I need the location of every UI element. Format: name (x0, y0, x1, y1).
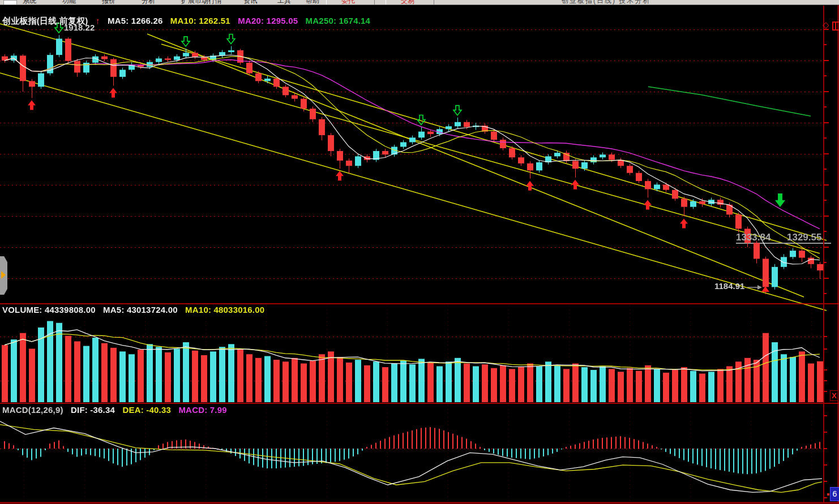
macd-name: MACD(12,26,9) (2, 405, 63, 415)
window-mode-icon[interactable] (832, 21, 839, 31)
menu-item-analysis[interactable]: 分析 (142, 0, 155, 5)
peak-price-label: 1918.22 (64, 23, 95, 32)
expand-arrow-icon (1, 271, 6, 279)
main-pane-header: 创业板指(日线.前复权) ↑ MA5: 1266.26 MA10: 1262.5… (2, 16, 375, 27)
window-icon[interactable] (3, 0, 17, 5)
macd-value: MACD: 7.99 (178, 405, 226, 415)
dea-value: DEA: -40.33 (122, 405, 171, 415)
menu-item-function[interactable]: 功能 (62, 0, 76, 5)
chart-canvas[interactable] (0, 0, 839, 504)
diamond-icon[interactable]: ◇ (823, 20, 829, 30)
window-title: 创业板指(日线) 技术分析 (562, 0, 650, 5)
menu-item-help[interactable]: 帮助 (306, 0, 319, 5)
menu-item-extmarket[interactable]: 扩展市场行情 (181, 0, 222, 5)
ma250-value: MA250: 1674.14 (306, 16, 371, 25)
menu-item-quotes[interactable]: 报价 (102, 0, 115, 5)
volume-ma10-value: MA10: 48033016.00 (185, 305, 264, 315)
dif-value: DIF: -36.34 (71, 405, 115, 415)
menu-bar: 系统 功能 报价 分析 扩展市场行情 资讯 工具 帮助 委托 交易 创业板指(日… (0, 0, 839, 5)
volume-pane-header: VOLUME: 44339808.00 MA5: 43013724.00 MA1… (2, 305, 269, 315)
macd-pane-header: MACD(12,26,9) DIF: -36.34 DEA: -40.33 MA… (2, 405, 232, 415)
stock-chart-app: 系统 功能 报价 分析 扩展市场行情 资讯 工具 帮助 委托 交易 创业板指(日… (0, 0, 839, 504)
volume-ma5-value: MA5: 43013724.00 (103, 305, 178, 315)
keyboard-input-badge: 6 (830, 487, 839, 501)
level-b-label: 1329.55 (787, 232, 821, 243)
menu-item-news[interactable]: 资讯 (243, 0, 257, 5)
ma5-value: MA5: 1266.26 (108, 16, 162, 25)
order-button[interactable]: 委托 (326, 0, 375, 5)
menu-item-system[interactable]: 系统 (23, 0, 36, 5)
sidebar-expand-toggle[interactable] (0, 256, 7, 295)
volume-value: VOLUME: 44339808.00 (2, 305, 96, 315)
ma20-value: MA20: 1295.05 (238, 16, 298, 25)
ma10-value: MA10: 1262.51 (170, 16, 230, 25)
low-price-label: 1184.91 (714, 281, 744, 291)
trend-up-arrow-icon: ↑ (96, 16, 100, 25)
menu-item-tools[interactable]: 工具 (277, 0, 291, 5)
badge-dot (827, 493, 829, 496)
level-a-label: 1333.84 (736, 232, 770, 243)
axis-close-icon[interactable]: X (830, 390, 838, 401)
trade-button[interactable]: 交易 (386, 0, 434, 5)
